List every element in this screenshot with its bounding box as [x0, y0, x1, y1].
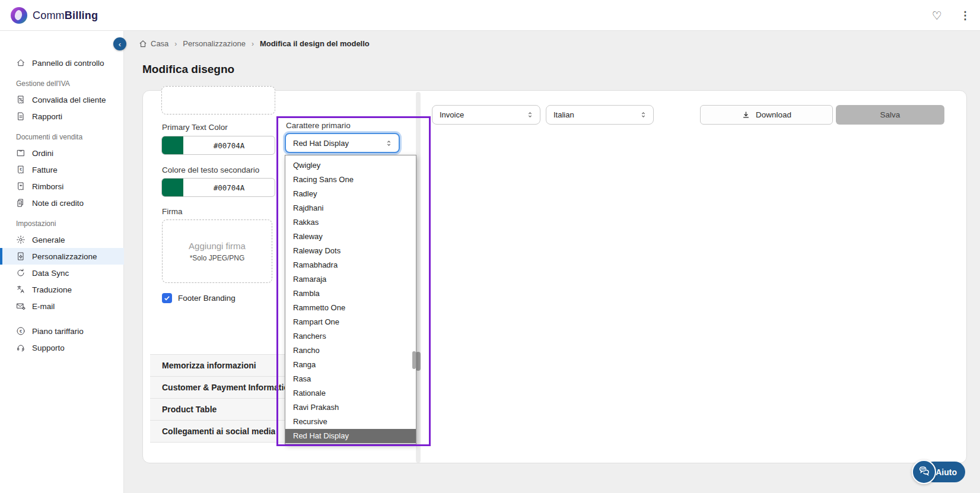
font-option-rakkas[interactable]: Rakkas [285, 215, 416, 230]
primary-color-label: Primary Text Color [162, 123, 228, 132]
footer-branding-checkbox[interactable] [162, 293, 172, 303]
breadcrumb-home[interactable]: Casa [139, 39, 168, 48]
accordion-label: Customer & Payment Information [162, 383, 294, 392]
footer-branding-label: Footer Branding [178, 294, 236, 303]
download-label: Download [756, 110, 791, 119]
font-option-ramaraja[interactable]: Ramaraja [285, 272, 416, 287]
favorites-heart-icon[interactable]: ♡ [932, 9, 942, 23]
svg-text:€: € [20, 167, 22, 171]
sidebar-item-traduzione[interactable]: Traduzione [0, 281, 124, 298]
download-button[interactable]: Download [700, 105, 833, 125]
document-type-select[interactable]: Invoice [432, 105, 540, 125]
sidebar-item-label: Rapporti [32, 112, 62, 121]
brand[interactable]: CommBilling [11, 7, 98, 24]
customization-icon [16, 252, 26, 261]
sidebar-item-piano-tariffario[interactable]: €Piano tariffario [0, 323, 124, 339]
brand-name: CommBilling [33, 9, 98, 22]
sidebar-item-label: Note di credito [32, 199, 84, 208]
sidebar-item-data-sync[interactable]: Data Sync [0, 265, 124, 281]
font-option-rambla[interactable]: Rambla [285, 287, 416, 301]
sidebar-item-label: Pannello di controllo [32, 59, 104, 68]
breadcrumb-separator: › [252, 40, 254, 48]
sidebar-item-generale[interactable]: Generale [0, 231, 124, 248]
font-option-rammetto-one[interactable]: Rammetto One [285, 301, 416, 315]
sidebar-item-rimborsi[interactable]: Rimborsi [0, 178, 124, 195]
stepper-icon [639, 111, 647, 119]
kebab-menu-icon[interactable]: ⋮ [960, 9, 971, 22]
translation-icon [16, 285, 26, 294]
refunds-icon [16, 182, 26, 191]
logo-upload-box[interactable] [161, 86, 275, 114]
sidebar-item-ordini[interactable]: Ordini [0, 145, 124, 161]
font-option-red-hat-display[interactable]: Red Hat Display [285, 429, 416, 443]
data-sync-icon [16, 268, 26, 278]
sidebar-item-personalizzazione[interactable]: Personalizzazione [0, 248, 124, 265]
sidebar-item-convalida-del-cliente[interactable]: Convalida del cliente [0, 91, 124, 108]
signature-label: Firma [162, 207, 183, 216]
sidebar-item-pannello-di-controllo[interactable]: Pannello di controllo [0, 55, 124, 71]
signature-upload-box[interactable]: Aggiungi firma *Solo JPEG/PNG [162, 220, 272, 283]
sidebar-collapse-button[interactable]: ‹ [113, 37, 126, 50]
font-option-ramabhadra[interactable]: Ramabhadra [285, 258, 416, 272]
download-icon [742, 110, 750, 119]
sidebar-item-supporto[interactable]: Supporto [0, 339, 124, 356]
secondary-color-input[interactable]: #00704A [161, 178, 275, 197]
topbar: CommBilling ♡ ⋮ [0, 0, 980, 31]
font-option-rajdhani[interactable]: Rajdhani [285, 201, 416, 215]
sidebar-item-label: Supporto [32, 343, 65, 352]
email-icon [16, 301, 26, 311]
primary-color-value: #00704A [183, 141, 275, 150]
secondary-color-swatch[interactable] [162, 178, 183, 197]
primary-color-input[interactable]: #00704A [161, 136, 275, 155]
sidebar-item-label: Personalizzazione [32, 252, 97, 261]
primary-font-label: Carattere primario [286, 121, 351, 130]
sidebar-item-label: Generale [32, 236, 65, 244]
sidebar-group-label: Impostazioni [0, 211, 124, 231]
sidebar-item-note-di-credito[interactable]: Note di credito [0, 195, 124, 211]
font-option-radley[interactable]: Radley [285, 187, 416, 201]
primary-font-value: Red Hat Display [293, 139, 349, 148]
primary-color-swatch[interactable] [162, 136, 183, 155]
accordion-label: Product Table [162, 405, 217, 414]
sidebar-item-rapporti[interactable]: Rapporti [0, 108, 124, 125]
stepper-icon [385, 139, 393, 147]
stepper-icon [526, 111, 534, 119]
sidebar-item-label: Ordini [32, 149, 53, 158]
sidebar-item-label: Traduzione [32, 285, 72, 294]
sidebar-item-label: Fatture [32, 166, 58, 174]
sidebar-group-label: Documenti di vendita [0, 125, 124, 145]
font-option-rancho[interactable]: Rancho [285, 343, 416, 358]
help-label: Aiuto [936, 467, 957, 477]
font-option-recursive[interactable]: Recursive [285, 415, 416, 429]
accordion-label: Memorizza informazioni [162, 361, 256, 370]
sidebar-group-label: Gestione dell'IVA [0, 71, 124, 91]
general-icon [16, 235, 26, 244]
font-list-scrollbar-thumb[interactable] [412, 351, 416, 369]
help-button[interactable]: Aiuto [912, 460, 936, 484]
font-option-raleway-dots[interactable]: Raleway Dots [285, 244, 416, 258]
panel-scrollbar[interactable] [416, 92, 421, 463]
sidebar-item-fatture[interactable]: €Fatture [0, 161, 124, 178]
font-option-ravi-prakash[interactable]: Ravi Prakash [285, 400, 416, 415]
font-option-raleway[interactable]: Raleway [285, 230, 416, 244]
breadcrumb-personalizzazione[interactable]: Personalizzazione [183, 39, 246, 48]
font-option-racing-sans-one[interactable]: Racing Sans One [285, 173, 416, 187]
font-option-qwigley[interactable]: Qwigley [285, 158, 416, 173]
font-option-rasa[interactable]: Rasa [285, 372, 416, 386]
home-icon [139, 40, 147, 48]
panel-scrollbar-thumb[interactable] [416, 352, 421, 371]
font-option-rationale[interactable]: Rationale [285, 386, 416, 400]
svg-text:€: € [20, 329, 22, 334]
footer-branding-row[interactable]: Footer Branding [162, 293, 236, 303]
sidebar-item-label: Piano tariffario [32, 327, 84, 336]
save-button[interactable]: Salva [836, 105, 944, 125]
font-option-rampart-one[interactable]: Rampart One [285, 315, 416, 329]
pricing-icon: € [16, 326, 26, 336]
primary-font-select[interactable]: Red Hat Display [285, 133, 400, 153]
accordion-label: Collegamenti ai social media [162, 427, 275, 436]
breadcrumb: Casa › Personalizzazione › Modifica il d… [139, 39, 370, 48]
language-select[interactable]: Italian [546, 105, 654, 125]
font-option-ranga[interactable]: Ranga [285, 358, 416, 372]
sidebar-item-e-mail[interactable]: E-mail [0, 298, 124, 314]
font-option-ranchers[interactable]: Ranchers [285, 329, 416, 343]
